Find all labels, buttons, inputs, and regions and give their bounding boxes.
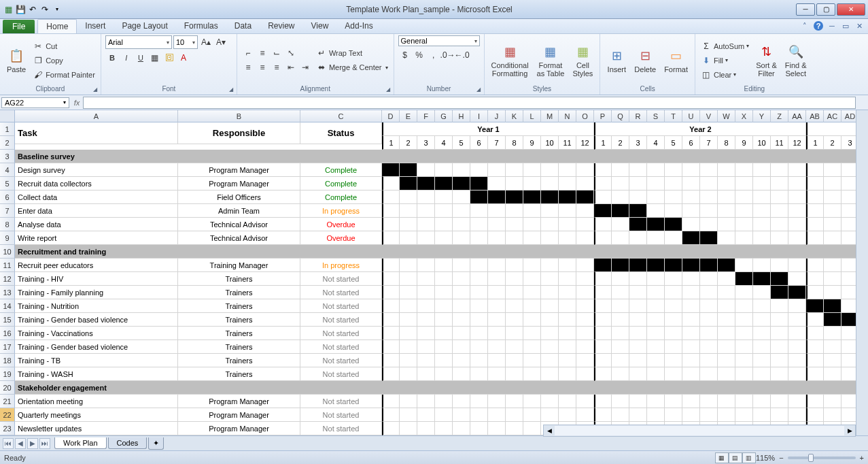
- zoom-in-icon[interactable]: +: [860, 454, 864, 462]
- responsible-cell[interactable]: Admin Team: [178, 204, 300, 218]
- gantt-cell[interactable]: [788, 272, 806, 286]
- tab-insert[interactable]: Insert: [77, 19, 114, 33]
- gantt-cell[interactable]: [435, 299, 453, 313]
- dialog-launcher-icon[interactable]: ◢: [91, 85, 99, 93]
- gantt-cell[interactable]: [488, 204, 506, 218]
- gantt-cell[interactable]: [417, 163, 435, 177]
- delete-cells-button[interactable]: ⊟Delete: [631, 46, 659, 75]
- minimize-button[interactable]: ─: [796, 3, 815, 16]
- gantt-cell[interactable]: [700, 190, 718, 204]
- vertical-scrollbar[interactable]: [856, 110, 868, 435]
- task-cell[interactable]: Newsletter updates: [15, 422, 178, 435]
- row-header[interactable]: 4: [0, 163, 15, 177]
- gantt-cell[interactable]: [506, 408, 523, 422]
- gantt-cell[interactable]: [382, 354, 400, 367]
- tab-data[interactable]: Data: [226, 19, 260, 33]
- gantt-cell[interactable]: [470, 395, 488, 408]
- col-header[interactable]: X: [735, 110, 753, 122]
- col-header[interactable]: U: [682, 110, 700, 122]
- gantt-cell[interactable]: [576, 163, 594, 177]
- gantt-cell[interactable]: [612, 204, 629, 218]
- col-header[interactable]: AC: [824, 110, 841, 122]
- gantt-cell[interactable]: [400, 190, 417, 204]
- gantt-cell[interactable]: [488, 408, 506, 422]
- dialog-launcher-icon[interactable]: ◢: [384, 85, 392, 93]
- gantt-cell[interactable]: [718, 354, 735, 367]
- gantt-cell[interactable]: [541, 395, 559, 408]
- col-header[interactable]: L: [523, 110, 541, 122]
- gantt-cell[interactable]: [665, 286, 682, 299]
- gantt-cell[interactable]: [700, 231, 718, 245]
- row-header[interactable]: 16: [0, 327, 15, 340]
- gantt-cell[interactable]: [470, 177, 488, 190]
- month-header[interactable]: 3: [629, 136, 647, 150]
- percent-icon[interactable]: %: [413, 48, 426, 62]
- gantt-cell[interactable]: [523, 163, 541, 177]
- gantt-cell[interactable]: [523, 408, 541, 422]
- gantt-cell[interactable]: [435, 354, 453, 367]
- col-header[interactable]: J: [488, 110, 506, 122]
- gantt-cell[interactable]: [788, 395, 806, 408]
- month-header[interactable]: 11: [559, 136, 576, 150]
- gantt-cell[interactable]: [682, 354, 700, 367]
- file-tab[interactable]: File: [3, 20, 35, 33]
- gantt-cell[interactable]: [435, 218, 453, 231]
- gantt-cell[interactable]: [435, 408, 453, 422]
- row-header[interactable]: 20: [0, 381, 15, 395]
- decrease-font-icon[interactable]: A▾: [214, 35, 228, 49]
- gantt-cell[interactable]: [523, 231, 541, 245]
- gantt-cell[interactable]: [788, 286, 806, 299]
- gantt-cell[interactable]: [453, 422, 470, 435]
- gantt-cell[interactable]: [629, 299, 647, 313]
- gantt-cell[interactable]: [400, 299, 417, 313]
- clear-button[interactable]: ◫Clear▾: [699, 68, 750, 82]
- gantt-cell[interactable]: [735, 272, 753, 286]
- comma-icon[interactable]: ,: [427, 48, 440, 62]
- header-year1[interactable]: Year 1: [382, 122, 594, 136]
- gantt-cell[interactable]: [523, 190, 541, 204]
- merge-center-button[interactable]: ⬌Merge & Center▾: [315, 61, 389, 74]
- month-header[interactable]: 1: [382, 136, 400, 150]
- underline-button[interactable]: U: [134, 51, 147, 65]
- month-header[interactable]: 2: [612, 136, 629, 150]
- gantt-cell[interactable]: [612, 286, 629, 299]
- col-header[interactable]: Z: [771, 110, 788, 122]
- gantt-cell[interactable]: [453, 408, 470, 422]
- gantt-cell[interactable]: [506, 354, 523, 367]
- gantt-cell[interactable]: [559, 163, 576, 177]
- gantt-cell[interactable]: [541, 408, 559, 422]
- gantt-cell[interactable]: [523, 367, 541, 381]
- gantt-cell[interactable]: [718, 259, 735, 272]
- help-icon[interactable]: ?: [814, 21, 823, 31]
- gantt-cell[interactable]: [470, 367, 488, 381]
- task-cell[interactable]: Design survey: [15, 163, 178, 177]
- status-cell[interactable]: Overdue: [300, 231, 382, 245]
- row-header[interactable]: 22: [0, 408, 15, 422]
- responsible-cell[interactable]: Trainers: [178, 313, 300, 327]
- gantt-cell[interactable]: [665, 354, 682, 367]
- gantt-cell[interactable]: [788, 177, 806, 190]
- tab-home[interactable]: Home: [37, 19, 77, 33]
- gantt-cell[interactable]: [753, 367, 771, 381]
- gantt-cell[interactable]: [470, 408, 488, 422]
- responsible-cell[interactable]: Trainers: [178, 340, 300, 354]
- gantt-cell[interactable]: [700, 259, 718, 272]
- gantt-cell[interactable]: [682, 231, 700, 245]
- gantt-cell[interactable]: [382, 190, 400, 204]
- gantt-cell[interactable]: [806, 327, 824, 340]
- format-cells-button[interactable]: ▭Format: [661, 46, 691, 75]
- status-cell[interactable]: Complete: [300, 190, 382, 204]
- gantt-cell[interactable]: [788, 299, 806, 313]
- gantt-cell[interactable]: [629, 354, 647, 367]
- gantt-cell[interactable]: [735, 340, 753, 354]
- font-name-combo[interactable]: Arial▾: [105, 35, 172, 49]
- gantt-cell[interactable]: [470, 313, 488, 327]
- gantt-cell[interactable]: [824, 259, 841, 272]
- gantt-cell[interactable]: [506, 218, 523, 231]
- gantt-cell[interactable]: [771, 190, 788, 204]
- gantt-cell[interactable]: [788, 218, 806, 231]
- row-header[interactable]: 6: [0, 190, 15, 204]
- gantt-cell[interactable]: [488, 231, 506, 245]
- gantt-cell[interactable]: [382, 272, 400, 286]
- gantt-cell[interactable]: [576, 340, 594, 354]
